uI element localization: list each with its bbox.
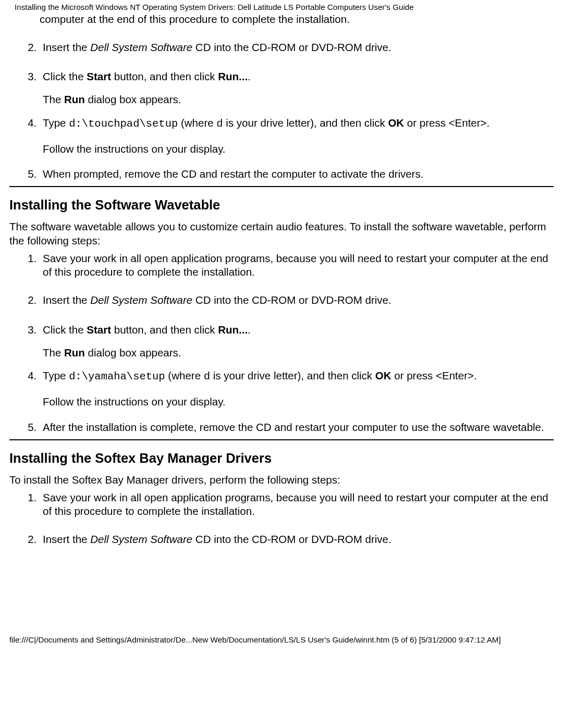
list-item: When prompted, remove the CD and restart… xyxy=(40,167,554,181)
command-path: d:\yamaha\setup xyxy=(69,371,165,382)
section-c-list: Save your work in all open application p… xyxy=(9,491,554,547)
step-text: Insert the xyxy=(43,294,90,306)
step-text: Type xyxy=(43,369,69,381)
step-text: Click the xyxy=(43,70,87,82)
step-text: button, and then click xyxy=(111,324,218,336)
step-text: When prompted, remove the CD and restart… xyxy=(43,168,423,180)
ui-label-ok: OK xyxy=(388,117,404,129)
step-text: (where xyxy=(178,117,216,129)
list-item: After the installation is complete, remo… xyxy=(40,421,554,434)
ui-label-run-dialog: Run xyxy=(64,347,85,359)
step-text: Save your work in all open application p… xyxy=(43,252,548,278)
step-text: Save your work in all open application p… xyxy=(43,491,548,517)
ui-label-run-dialog: Run xyxy=(64,93,85,105)
step-text: . xyxy=(248,324,251,336)
list-item: Insert the Dell System Software CD into … xyxy=(40,533,554,546)
step-text: Type xyxy=(43,117,69,129)
section-b-list: Save your work in all open application p… xyxy=(9,252,554,434)
section-intro: To install the Softex Bay Manager driver… xyxy=(9,473,554,487)
drive-letter: d xyxy=(216,118,223,130)
step-text: Insert the xyxy=(43,41,90,53)
list-item: Insert the Dell System Software CD into … xyxy=(40,41,554,54)
ui-label-ok: OK xyxy=(375,369,391,381)
page-footer: file:///C|/Documents and Settings/Admini… xyxy=(9,635,554,649)
step-text: Follow the instructions on your display. xyxy=(43,396,226,408)
step-text: . xyxy=(248,70,251,82)
list-item: Save your work in all open application p… xyxy=(40,252,554,279)
list-item: Type d:\yamaha\setup (where d is your dr… xyxy=(40,369,554,409)
list-item: Click the Start button, and then click R… xyxy=(40,323,554,360)
section-intro: The software wavetable allows you to cus… xyxy=(9,220,554,247)
step-text: CD into the CD-ROM or DVD-ROM drive. xyxy=(192,41,391,53)
section-a-list: computer at the end of this procedure to… xyxy=(9,13,554,181)
list-item: Insert the Dell System Software CD into … xyxy=(40,293,554,307)
step-text: (where xyxy=(165,369,204,381)
step-text: The xyxy=(43,93,64,105)
cd-name: Dell System Software xyxy=(90,41,192,53)
command-path: d:\touchpad\setup xyxy=(69,118,178,130)
cd-name: Dell System Software xyxy=(90,533,192,545)
step-text: CD into the CD-ROM or DVD-ROM drive. xyxy=(192,533,391,545)
list-item: Type d:\touchpad\setup (where d is your … xyxy=(40,116,554,156)
ui-label-run: Run... xyxy=(218,324,248,336)
ui-label-start: Start xyxy=(87,70,111,82)
ui-label-start: Start xyxy=(87,324,111,336)
step-text: is your drive letter), and then click xyxy=(210,369,375,381)
step-text: Click the xyxy=(43,324,87,336)
cd-name: Dell System Software xyxy=(90,294,192,306)
step-text: button, and then click xyxy=(111,70,218,82)
section-heading-wavetable: Installing the Software Wavetable xyxy=(9,198,554,213)
document-page: Installing the Microsoft Windows NT Oper… xyxy=(0,0,563,649)
list-item: Click the Start button, and then click R… xyxy=(40,70,554,106)
step-text: Follow the instructions on your display. xyxy=(43,143,226,155)
list-item: computer at the end of this procedure to… xyxy=(24,13,554,26)
step-text: CD into the CD-ROM or DVD-ROM drive. xyxy=(192,294,391,306)
step-text: computer at the end of this procedure to… xyxy=(40,13,350,25)
step-text: Insert the xyxy=(43,533,90,545)
step-text: dialog box appears. xyxy=(85,347,181,359)
section-divider xyxy=(9,439,554,440)
step-text: or press <Enter>. xyxy=(404,117,489,129)
step-text: The xyxy=(43,347,64,359)
page-header: Installing the Microsoft Windows NT Oper… xyxy=(9,0,554,13)
step-text: dialog box appears. xyxy=(85,93,181,105)
section-divider xyxy=(9,186,554,187)
step-text: or press <Enter>. xyxy=(391,369,477,381)
step-text: is your drive letter), and then click xyxy=(223,117,388,129)
list-item: Save your work in all open application p… xyxy=(40,491,554,518)
step-text: After the installation is complete, remo… xyxy=(43,421,544,433)
drive-letter: d xyxy=(204,371,210,382)
ui-label-run: Run... xyxy=(218,70,248,82)
section-heading-softex: Installing the Softex Bay Manager Driver… xyxy=(9,451,554,466)
